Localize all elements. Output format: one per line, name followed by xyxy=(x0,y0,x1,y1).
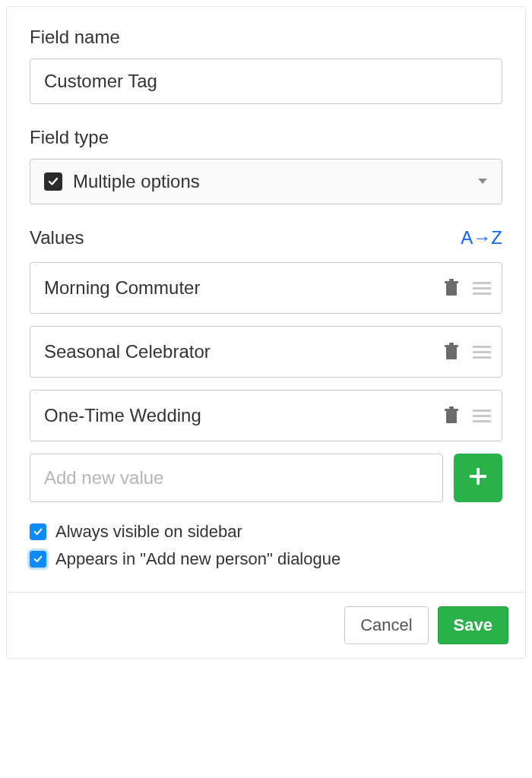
svg-rect-5 xyxy=(473,293,491,295)
add-value-button[interactable] xyxy=(454,454,502,502)
field-editor-panel: Field name Field type Multiple options V… xyxy=(6,6,526,659)
checkbox-sidebar-label: Always visible on sidebar xyxy=(55,522,242,542)
drag-handle-icon[interactable] xyxy=(473,344,491,359)
value-row xyxy=(30,262,502,314)
field-type-section: Field type Multiple options xyxy=(30,127,502,204)
value-input[interactable] xyxy=(44,277,444,299)
svg-rect-9 xyxy=(473,346,491,348)
multiple-options-icon xyxy=(44,172,62,191)
chevron-down-icon xyxy=(477,175,488,188)
value-input[interactable] xyxy=(44,405,444,426)
svg-rect-7 xyxy=(445,345,458,347)
add-value-input[interactable] xyxy=(30,454,443,502)
values-label: Values xyxy=(30,227,84,248)
svg-rect-10 xyxy=(473,351,491,353)
checkbox-add-dialog[interactable]: Appears in "Add new person" dialogue xyxy=(30,549,502,569)
svg-rect-4 xyxy=(473,287,491,289)
checkbox-add-dialog-label: Appears in "Add new person" dialogue xyxy=(55,549,340,569)
field-type-value: Multiple options xyxy=(73,171,200,192)
add-value-row xyxy=(30,454,502,502)
svg-rect-6 xyxy=(446,347,457,359)
field-type-select[interactable]: Multiple options xyxy=(30,159,502,204)
panel-footer: Cancel Save xyxy=(7,592,525,658)
drag-handle-icon[interactable] xyxy=(473,408,491,423)
svg-rect-15 xyxy=(473,410,491,412)
trash-icon[interactable] xyxy=(444,279,459,297)
field-name-section: Field name xyxy=(30,27,502,104)
value-row xyxy=(30,390,502,441)
values-header: Values A→Z xyxy=(30,227,502,248)
svg-rect-0 xyxy=(446,283,457,296)
svg-rect-12 xyxy=(446,411,457,423)
checkbox-sidebar[interactable]: Always visible on sidebar xyxy=(30,522,502,542)
svg-rect-8 xyxy=(449,343,454,345)
plus-icon xyxy=(468,466,488,489)
sort-az-button[interactable]: A→Z xyxy=(461,227,502,248)
svg-rect-17 xyxy=(473,420,491,422)
svg-rect-16 xyxy=(473,415,491,417)
panel-body: Field name Field type Multiple options V… xyxy=(7,7,525,592)
svg-rect-3 xyxy=(473,282,491,284)
value-input[interactable] xyxy=(44,341,444,362)
field-name-label: Field name xyxy=(30,27,502,48)
svg-rect-11 xyxy=(473,356,491,359)
svg-rect-19 xyxy=(470,475,486,478)
cancel-button[interactable]: Cancel xyxy=(344,606,428,644)
field-type-label: Field type xyxy=(30,127,502,148)
trash-icon[interactable] xyxy=(444,343,459,361)
values-section: Values A→Z xyxy=(30,227,502,569)
value-row xyxy=(30,326,502,378)
save-button[interactable]: Save xyxy=(438,606,508,644)
field-name-input[interactable] xyxy=(30,59,502,104)
svg-rect-14 xyxy=(449,406,454,409)
checkbox-icon xyxy=(30,551,46,568)
trash-icon[interactable] xyxy=(444,406,459,425)
svg-rect-1 xyxy=(445,281,458,283)
svg-rect-2 xyxy=(449,279,454,281)
drag-handle-icon[interactable] xyxy=(473,280,491,296)
checkbox-icon xyxy=(30,523,46,540)
svg-rect-13 xyxy=(445,409,458,411)
